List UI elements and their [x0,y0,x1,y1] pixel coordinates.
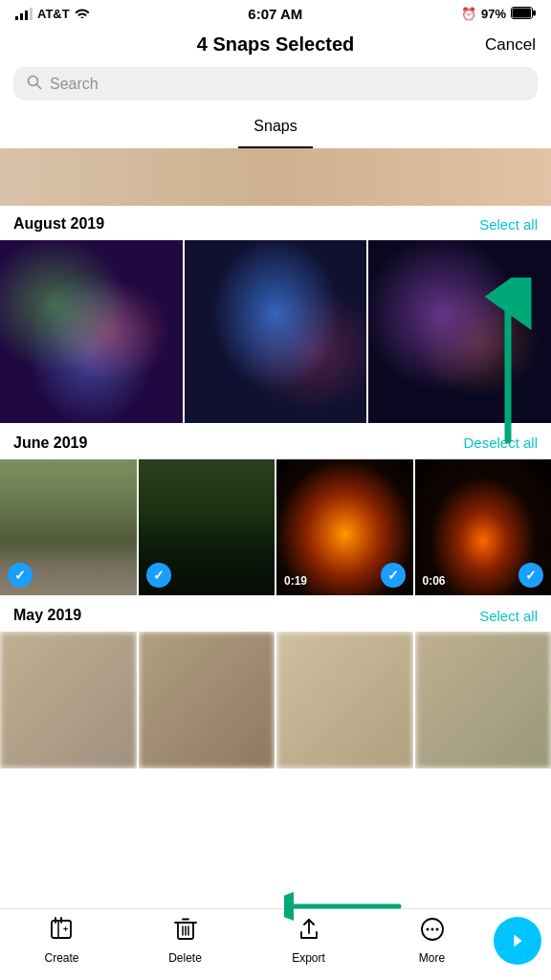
more-icon [420,917,445,947]
toolbar-delete[interactable]: Delete [123,917,247,965]
time-label: 6:07 AM [248,6,302,22]
photo-cell-jun4[interactable]: 0:06 ✓ [415,459,552,596]
svg-point-22 [435,928,438,931]
photo-grid-aug [0,240,551,425]
status-left: AT&T [15,7,90,21]
delete-icon [174,917,197,947]
section-header-aug: August 2019 Select all [0,206,551,240]
search-input[interactable] [50,76,524,93]
send-button[interactable] [494,917,541,965]
photo-cell-jun3[interactable]: 0:19 ✓ [276,459,413,596]
bottom-toolbar: + Create Delete Export [0,908,551,980]
section-title-may: May 2019 [13,607,81,624]
toolbar-export[interactable]: Export [247,917,370,965]
photo-grid-jun: ✓ ✓ 0:19 ✓ 0:06 ✓ [0,459,551,598]
photo-cell-aug3[interactable] [368,240,551,423]
battery-icon [511,7,536,22]
select-all-may[interactable]: Select all [479,608,538,624]
selected-count: 4 [197,33,208,55]
photo-grid-may [0,632,551,770]
checkmark-jun4: ✓ [518,563,543,588]
scroll-area[interactable]: August 2019 Select all June 2019 Deselec… [0,148,551,847]
video-duration-jun3: 0:19 [284,574,307,588]
svg-rect-1 [533,10,536,15]
page-title: 4 Snaps Selected [73,33,478,56]
search-container [0,67,551,112]
search-bar [13,67,538,100]
carrier-label: AT&T [37,7,70,21]
photo-cell-jun1[interactable]: ✓ [0,459,137,596]
photo-image-may2 [139,632,276,768]
more-label: More [419,951,445,965]
export-label: Export [292,951,325,965]
tab-snaps[interactable]: Snaps [238,112,312,141]
photo-cell-may1[interactable] [0,632,137,768]
checkmark-jun3: ✓ [381,563,406,588]
wifi-icon [75,7,90,21]
search-icon [27,75,42,93]
checkmark-jun1: ✓ [8,563,33,588]
header: 4 Snaps Selected Cancel [0,26,551,67]
video-duration-jun4: 0:06 [423,574,446,588]
photo-image-may1 [0,632,137,768]
delete-label: Delete [168,951,202,965]
photo-image-may3 [276,632,413,768]
create-label: Create [44,951,78,965]
section-header-jun: June 2019 Deselect all [0,425,551,459]
photo-image-aug2 [185,240,367,423]
tabs-container: Snaps [0,112,551,148]
send-icon [507,930,528,951]
svg-point-21 [430,928,433,931]
photo-cell-may2[interactable] [139,632,276,768]
section-title-aug: August 2019 [13,215,104,233]
photo-cell-aug2[interactable] [185,240,367,423]
photo-image-aug1 [0,240,183,423]
cancel-button[interactable]: Cancel [478,35,536,55]
toolbar-more[interactable]: More [370,917,494,965]
photo-image-aug3 [368,240,551,423]
photo-cell-may3[interactable] [276,632,413,768]
svg-point-20 [426,928,429,931]
section-title-jun: June 2019 [13,434,87,452]
battery-percent: 97% [481,7,506,21]
svg-line-4 [37,85,41,89]
photo-cell-jun2[interactable]: ✓ [139,459,276,596]
status-right: ⏰ 97% [461,7,536,22]
section-header-may: May 2019 Select all [0,597,551,632]
status-bar: AT&T 6:07 AM ⏰ 97% [0,0,551,26]
photo-cell-aug1[interactable] [0,240,183,423]
alarm-icon: ⏰ [461,7,476,21]
photo-image-may4 [415,632,552,768]
select-all-aug[interactable]: Select all [479,216,538,233]
top-blurred-strip [0,148,551,206]
snaps-selected-label: Snaps Selected [212,33,354,55]
export-icon [298,917,320,947]
signal-bars [15,8,33,20]
svg-text:+: + [63,924,68,934]
photo-cell-may4[interactable] [415,632,552,768]
toolbar-create[interactable]: + Create [0,917,123,965]
checkmark-jun2: ✓ [146,563,171,588]
create-icon: + [50,917,75,947]
deselect-all-jun[interactable]: Deselect all [463,434,538,451]
svg-rect-2 [512,8,531,17]
